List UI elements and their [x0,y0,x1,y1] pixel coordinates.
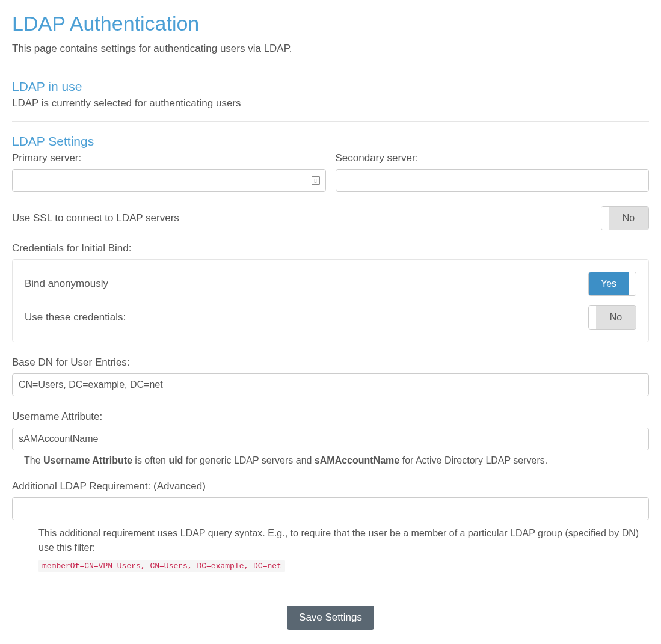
bind-anon-toggle[interactable]: Yes [588,272,636,296]
additional-req-code: memberOf=CN=VPN Users, CN=Users, DC=exam… [38,560,285,572]
bind-anon-toggle-value: Yes [589,272,629,295]
credentials-panel: Bind anonymously Yes Use these credentia… [12,259,649,342]
page-subtitle: This page contains settings for authenti… [12,43,649,55]
additional-req-help: This additional requirement uses LDAP qu… [38,526,649,555]
additional-req-input[interactable] [12,497,649,520]
divider [12,587,649,587]
divider [12,67,649,67]
divider [12,121,649,122]
use-creds-toggle-value: No [596,306,636,329]
additional-req-label: Additional LDAP Requirement: (Advanced) [12,480,649,492]
username-attr-label: Username Attribute: [12,411,649,423]
bind-anon-label: Bind anonymously [25,278,108,290]
secondary-server-input[interactable] [336,169,650,192]
basedn-input[interactable] [12,373,649,396]
primary-server-input[interactable] [12,169,326,192]
username-attr-help: The Username Attribute is often uid for … [12,455,649,466]
inuse-desc: LDAP is currently selected for authentic… [12,97,649,109]
use-creds-label: Use these credentials: [25,311,126,324]
save-button[interactable]: Save Settings [287,606,374,630]
secondary-server-label: Secondary server: [336,152,650,164]
page-title: LDAP Authentication [12,12,649,35]
basedn-label: Base DN for User Entries: [12,357,649,369]
primary-server-label: Primary server: [12,152,326,164]
settings-heading: LDAP Settings [12,134,649,149]
ssl-toggle-value: No [609,207,648,230]
ssl-toggle[interactable]: No [601,206,649,230]
inuse-heading: LDAP in use [12,79,649,94]
credentials-label: Credentials for Initial Bind: [12,242,649,254]
use-creds-toggle[interactable]: No [588,305,636,330]
username-attr-input[interactable] [12,428,649,450]
ssl-label: Use SSL to connect to LDAP servers [12,212,179,224]
